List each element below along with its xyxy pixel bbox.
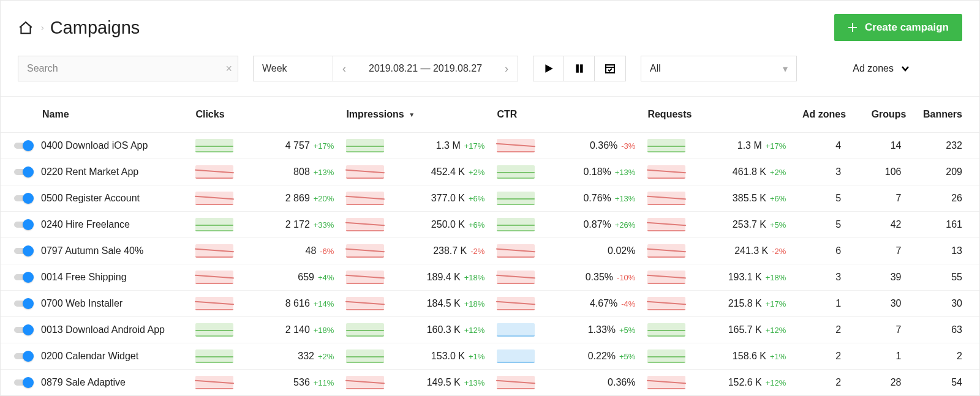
period-select[interactable]: Week: [254, 56, 333, 81]
ctr-value: 0.18%: [570, 166, 611, 177]
clicks-delta: +11%: [314, 378, 334, 387]
table-row[interactable]: 0500 Register Account 2 869 +20% 377.0 K…: [1, 185, 979, 212]
banners-value: 30: [913, 291, 979, 317]
col-requests[interactable]: Requests: [641, 97, 792, 133]
impressions-value: 238.7 K: [425, 245, 467, 256]
adzones-value: 6: [792, 238, 852, 264]
banners-value: 54: [913, 370, 979, 396]
requests-cell: 158.6 K +1%: [647, 349, 786, 363]
ctr-value: 4.67%: [576, 298, 617, 309]
create-campaign-button[interactable]: Create campaign: [834, 14, 962, 41]
play-button[interactable]: [533, 56, 564, 81]
status-toggle[interactable]: [14, 219, 34, 230]
clicks-delta: -6%: [320, 247, 334, 256]
sparkline-icon: [497, 218, 535, 231]
requests-value: 241.3 K: [726, 245, 768, 256]
requests-value: 152.6 K: [720, 377, 762, 388]
sparkline-icon: [195, 244, 233, 258]
sparkline-icon: [346, 271, 384, 284]
table-row[interactable]: 0220 Rent Market App 808 +13% 452.4 K +2…: [1, 159, 979, 185]
status-toggle[interactable]: [14, 166, 34, 177]
campaign-name: 0200 Calendar Widget: [41, 351, 138, 362]
requests-cell: 193.1 K +18%: [647, 271, 786, 284]
next-period-button[interactable]: ›: [496, 56, 518, 81]
banners-value: 13: [913, 238, 979, 264]
filter-select[interactable]: All ▾: [641, 56, 797, 81]
pause-button[interactable]: [564, 56, 595, 81]
status-toggle[interactable]: [14, 351, 34, 362]
ctr-delta: -3%: [621, 141, 635, 151]
caret-down-icon: ▾: [783, 63, 788, 75]
adzones-value: 2: [792, 343, 852, 370]
groups-value: 42: [852, 212, 912, 238]
status-toggle[interactable]: [14, 298, 34, 309]
impressions-delta: +12%: [464, 326, 485, 335]
clicks-value: 2 172: [268, 219, 310, 230]
campaign-name: 0013 Download Android App: [41, 324, 165, 335]
sparkline-icon: [346, 376, 384, 389]
sparkline-icon: [497, 192, 535, 205]
sparkline-icon: [195, 349, 233, 363]
col-ctr[interactable]: CTR: [491, 97, 641, 133]
campaigns-table: Name Clicks Impressions ▼ CTR Requests A…: [1, 96, 979, 396]
table-row[interactable]: 0013 Download Android App 2 140 +18% 160…: [1, 317, 979, 343]
sparkline-icon: [647, 192, 685, 205]
home-icon[interactable]: [18, 20, 34, 35]
table-row[interactable]: 0700 Web Installer 8 616 +14% 184.5 K +1…: [1, 291, 979, 317]
clicks-delta: +20%: [314, 194, 334, 203]
adzones-value: 5: [792, 185, 852, 212]
requests-cell: 385.5 K +6%: [647, 192, 786, 205]
status-toggle[interactable]: [14, 272, 34, 283]
table-row[interactable]: 0200 Calendar Widget 332 +2% 153.0 K +1%…: [1, 343, 979, 370]
impressions-value: 184.5 K: [419, 298, 461, 309]
requests-value: 215.8 K: [720, 298, 762, 309]
calendar-check-button[interactable]: [595, 56, 625, 81]
adzones-value: 3: [792, 159, 852, 185]
col-adzones[interactable]: Ad zones: [792, 97, 852, 133]
table-row[interactable]: 0240 Hire Freelance 2 172 +33% 250.0 K +…: [1, 212, 979, 238]
clear-icon[interactable]: ×: [225, 62, 232, 75]
status-toggle[interactable]: [14, 324, 34, 335]
status-toggle[interactable]: [14, 140, 34, 151]
sparkline-icon: [497, 165, 535, 179]
breadcrumb-separator-icon: ›: [41, 23, 44, 32]
status-toggle[interactable]: [14, 245, 34, 256]
table-row[interactable]: 0014 Free Shipping 659 +4% 189.4 K +18% …: [1, 264, 979, 291]
prev-period-button[interactable]: ‹: [333, 56, 355, 81]
sparkline-icon: [497, 271, 535, 284]
status-toggle[interactable]: [14, 377, 34, 388]
col-clicks[interactable]: Clicks: [189, 97, 340, 133]
table-row[interactable]: 0879 Sale Adaptive 536 +11% 149.5 K +13%…: [1, 370, 979, 396]
col-banners[interactable]: Banners: [913, 97, 979, 133]
impressions-cell: 1.3 M +17%: [346, 139, 484, 152]
col-impressions[interactable]: Impressions ▼: [340, 97, 491, 133]
table-row[interactable]: 0400 Download iOS App 4 757 +17% 1.3 M +…: [1, 133, 979, 159]
clicks-value: 48: [274, 245, 316, 256]
col-groups[interactable]: Groups: [852, 97, 912, 133]
impressions-cell: 160.3 K +12%: [346, 323, 484, 337]
ctr-cell: 1.33% +5%: [497, 323, 635, 337]
ctr-delta: -10%: [617, 273, 635, 282]
ad-zones-toggle[interactable]: Ad zones: [853, 63, 962, 74]
clicks-delta: +33%: [314, 220, 334, 230]
campaign-name: 0240 Hire Freelance: [41, 219, 130, 230]
requests-value: 165.7 K: [720, 324, 762, 335]
sparkline-icon: [346, 244, 384, 258]
impressions-cell: 153.0 K +1%: [346, 349, 484, 363]
impressions-cell: 184.5 K +18%: [346, 297, 484, 310]
requests-delta: +17%: [766, 299, 786, 308]
sparkline-icon: [497, 244, 535, 258]
col-name[interactable]: Name: [1, 97, 189, 133]
search-input[interactable]: [18, 56, 238, 81]
requests-value: 1.3 M: [720, 140, 762, 151]
table-row[interactable]: 0797 Autumn Sale 40% 48 -6% 238.7 K -2% …: [1, 238, 979, 264]
sparkline-icon: [195, 165, 233, 179]
campaign-name: 0700 Web Installer: [41, 298, 123, 309]
status-toggle[interactable]: [14, 193, 34, 204]
ctr-cell: 0.36% -3%: [497, 139, 635, 152]
clicks-cell: 48 -6%: [195, 244, 334, 258]
requests-delta: +5%: [770, 220, 786, 230]
date-range[interactable]: 2019.08.21 — 2019.08.27: [355, 56, 496, 81]
impressions-delta: +13%: [464, 378, 485, 387]
sparkline-icon: [497, 376, 535, 389]
